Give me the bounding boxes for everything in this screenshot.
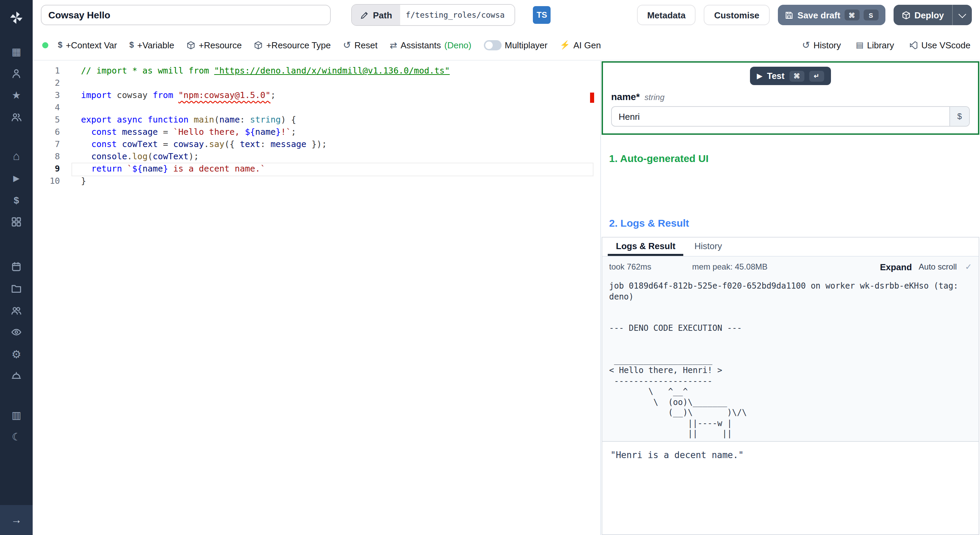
save-icon [785,11,794,19]
star-icon[interactable]: ★ [0,84,33,106]
cmd-key-badge: ⌘ [844,10,859,21]
connection-status-dot [42,42,48,48]
tab-logs-result[interactable]: Logs & Result [608,237,684,256]
error-marker [590,92,594,103]
save-draft-button[interactable]: Save draft ⌘ S [778,5,885,25]
script-name-input[interactable] [41,5,331,25]
topbar-actions: Metadata Customise Save draft ⌘ S Deploy [637,5,972,25]
assistants-lang-label: (Deno) [444,40,472,50]
logs-body[interactable]: took 762ms mem peak: 45.08MB Expand Auto… [602,256,978,441]
logs-stats-row: took 762ms mem peak: 45.08MB Expand Auto… [602,256,978,277]
ai-gen-button[interactable]: ⚡ AI Gen [560,40,601,50]
test-section: ▶ Test ⌘ ↵ name* string $ [601,61,979,135]
add-context-var-button[interactable]: $ +Context Var [58,40,117,50]
s-key-badge: S [863,10,878,21]
arg-type: string [644,92,665,102]
main-area: Path TS Metadata Customise Save draft ⌘ … [33,0,980,535]
result-area: "Henri is a decent name." [602,441,978,534]
sidebar-collapse-button[interactable]: → [0,505,33,535]
reset-button[interactable]: ↺ Reset [343,40,377,50]
theme-moon-icon[interactable]: ☾ [0,426,33,448]
vscode-icon [909,40,918,49]
json-mode-toggle[interactable]: $ [950,107,969,126]
autoscroll-check-icon[interactable]: ✓ [965,262,972,272]
duration-stat: took 762ms [609,262,651,272]
typescript-badge: TS [533,6,550,24]
assistants-button[interactable]: ⇄ Assistants (Deno) [390,40,471,50]
path-label: Path [373,10,392,20]
toolbar-right: ↺ History ▤ Library Use VScode [802,40,970,50]
deploy-dropdown-button[interactable] [952,5,972,25]
code-lines: // import * as wmill from "https://deno.… [69,65,450,187]
right-panel: ▶ Test ⌘ ↵ name* string $ [600,61,980,535]
enter-key-badge: ↵ [809,70,824,81]
path-button[interactable]: Path [352,5,400,25]
assistants-icon: ⇄ [390,40,397,50]
use-vscode-button[interactable]: Use VScode [909,40,970,50]
home-icon[interactable]: ⌂ [0,146,33,167]
sidebar: ▦ ★ ⌂ ▶ $ ⚙ ▥ ☾ → [0,0,33,535]
add-resource-button[interactable]: +Resource [186,40,242,50]
required-asterisk: * [636,91,640,102]
arg-name: name* [611,91,640,102]
path-group: Path [351,4,515,26]
arg-name-input[interactable] [611,106,970,127]
topbar: Path TS Metadata Customise Save draft ⌘ … [33,0,980,30]
line-number-gutter: 12345678910 [33,65,69,187]
arg-name-label-row: name* string [611,91,970,102]
test-button[interactable]: ▶ Test ⌘ ↵ [750,67,831,85]
autoscroll-label[interactable]: Auto scroll [919,262,957,272]
package-icon [254,40,263,49]
add-variable-button[interactable]: $ +Variable [129,40,174,50]
dollar-icon: $ [58,40,62,50]
audit-eye-icon[interactable] [0,321,33,343]
play-icon: ▶ [757,72,762,80]
runs-icon[interactable]: ▶ [0,167,33,189]
path-value-input[interactable] [400,5,514,25]
resources-icon[interactable] [0,211,33,233]
users-icon[interactable] [0,106,33,128]
multiplayer-toggle-group: Multiplayer [484,40,547,50]
app-root: ▦ ★ ⌂ ▶ $ ⚙ ▥ ☾ → [0,0,980,535]
tab-history[interactable]: History [686,237,730,256]
grid-icon[interactable]: ▦ [0,41,33,63]
multiplayer-toggle[interactable] [484,40,501,50]
reset-icon: ↺ [343,40,351,50]
ai-icon: ⚡ [560,40,570,50]
result-value: "Henri is a decent name." [611,450,970,460]
schedules-icon[interactable] [0,256,33,278]
settings-gear-icon[interactable]: ⚙ [0,343,33,365]
logs-tabs: Logs & Result History [602,237,978,256]
windmill-logo-icon[interactable] [0,4,33,31]
customise-button[interactable]: Customise [704,5,770,25]
logs-result-heading: 2. Logs & Result [609,217,972,229]
deploy-button[interactable]: Deploy [893,5,952,25]
package-icon [901,11,910,19]
add-resource-type-button[interactable]: +Resource Type [254,40,331,50]
expand-button[interactable]: Expand [880,262,912,272]
docs-icon[interactable]: ▥ [0,404,33,426]
workers-icon[interactable] [0,365,33,387]
multiplayer-label: Multiplayer [504,40,547,50]
content-row: 12345678910 // import * as wmill from "h… [33,61,980,535]
deploy-group: Deploy [893,5,972,25]
editor-toolbar: $ +Context Var $ +Variable +Resource +Re… [33,30,980,61]
folders-icon[interactable] [0,278,33,299]
dollar-icon: $ [129,40,134,50]
auto-generated-ui-heading: 1. Auto-generated UI [609,153,972,164]
history-icon: ↺ [802,40,810,50]
package-icon [186,40,195,49]
cmd-key-badge: ⌘ [789,70,804,81]
groups-icon[interactable] [0,299,33,321]
memory-stat: mem peak: 45.08MB [692,262,767,272]
variables-icon[interactable]: $ [0,189,33,211]
library-icon: ▤ [856,40,864,50]
code-editor[interactable]: 12345678910 // import * as wmill from "h… [33,61,600,535]
history-button[interactable]: ↺ History [802,40,841,50]
logs-container: Logs & Result History took 762ms mem pea… [601,237,979,535]
metadata-button[interactable]: Metadata [637,5,696,25]
library-button[interactable]: ▤ Library [856,40,894,50]
chevron-down-icon [959,10,966,18]
pencil-icon [360,11,369,19]
user-icon[interactable] [0,63,33,84]
